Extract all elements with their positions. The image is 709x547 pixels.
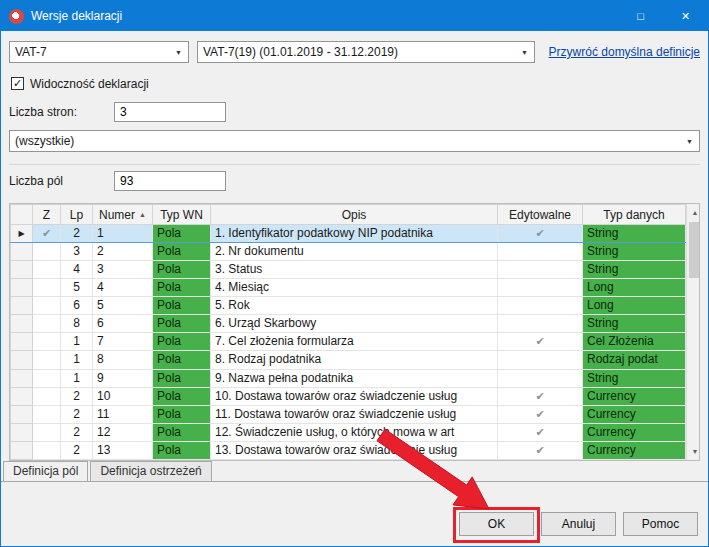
tab-definicja-pol[interactable]: Definicja pól <box>3 461 88 481</box>
table-row[interactable]: 213Pola13. Dostawa towarów oraz świadcze… <box>11 441 686 459</box>
scope-value: (wszystkie) <box>15 134 682 148</box>
chevron-down-icon: ▼ <box>517 49 532 56</box>
edytowalne-cell[interactable]: ✔ <box>498 387 583 405</box>
column-typ-wn[interactable]: Typ WN <box>153 205 211 225</box>
typ-wn-cell: Pola <box>153 387 211 405</box>
edytowalne-cell[interactable] <box>498 351 583 369</box>
table-row[interactable]: 54Pola4. MiesiącLong <box>11 279 686 297</box>
table-row[interactable]: 65Pola5. RokLong <box>11 297 686 315</box>
z-cell[interactable] <box>33 387 61 405</box>
lp-cell: 2 <box>61 225 93 243</box>
z-cell[interactable] <box>33 423 61 441</box>
z-cell[interactable] <box>33 279 61 297</box>
numer-cell: 2 <box>93 243 153 261</box>
opis-cell: 1. Identyfikator podatkowy NIP podatnika <box>211 225 498 243</box>
scope-select[interactable]: (wszystkie) ▼ <box>9 130 700 152</box>
edytowalne-cell[interactable]: ✔ <box>498 423 583 441</box>
column-z[interactable]: Z <box>33 205 61 225</box>
opis-cell: 9. Nazwa pełna podatnika <box>211 369 498 387</box>
z-cell[interactable] <box>33 315 61 333</box>
z-cell[interactable] <box>33 243 61 261</box>
edytowalne-cell[interactable]: ✔ <box>498 225 583 243</box>
typ-wn-cell: Pola <box>153 333 211 351</box>
pages-input[interactable] <box>114 102 226 122</box>
edytowalne-cell[interactable]: ✔ <box>498 405 583 423</box>
lp-cell: 2 <box>61 441 93 459</box>
table-row[interactable]: 19Pola9. Nazwa pełna podatnikaString <box>11 369 686 387</box>
numer-cell: 11 <box>93 405 153 423</box>
table-row[interactable]: 17Pola7. Cel złożenia formularza✔Cel Zło… <box>11 333 686 351</box>
opis-cell: 5. Rok <box>211 297 498 315</box>
typ-danych-cell: Currency <box>583 387 686 405</box>
maximize-button[interactable]: □ <box>618 1 663 31</box>
typ-danych-cell: Long <box>583 279 686 297</box>
z-cell[interactable] <box>33 369 61 387</box>
edytowalne-cell[interactable] <box>498 315 583 333</box>
lp-cell: 5 <box>61 279 93 297</box>
edytowalne-cell[interactable] <box>498 243 583 261</box>
lp-cell: 8 <box>61 315 93 333</box>
table-row[interactable]: 211Pola11. Dostawa towarów oraz świadcze… <box>11 405 686 423</box>
scroll-down-icon[interactable]: ▼ <box>687 443 700 460</box>
column-indicator <box>11 205 33 225</box>
close-button[interactable]: ✕ <box>663 1 708 31</box>
lp-cell: 3 <box>61 243 93 261</box>
typ-wn-cell: Pola <box>153 423 211 441</box>
column-numer[interactable]: Numer▲ <box>93 205 153 225</box>
separator <box>9 164 700 165</box>
z-cell[interactable] <box>33 297 61 315</box>
opis-cell: 12. Świadczenie usług, o których mowa w … <box>211 423 498 441</box>
table-row[interactable]: 86Pola6. Urząd SkarbowyString <box>11 315 686 333</box>
help-button[interactable]: Pomoc <box>623 512 698 536</box>
z-cell[interactable]: ✔ <box>33 225 61 243</box>
form-version-select[interactable]: VAT-7(19) (01.01.2019 - 31.12.2019) ▼ <box>197 41 535 63</box>
table-row[interactable]: 212Pola12. Świadczenie usług, o których … <box>11 423 686 441</box>
typ-wn-cell: Pola <box>153 369 211 387</box>
edytowalne-cell[interactable]: ✔ <box>498 333 583 351</box>
typ-wn-cell: Pola <box>153 315 211 333</box>
z-cell[interactable] <box>33 333 61 351</box>
visibility-checkbox[interactable]: ✓ <box>11 77 24 90</box>
table-row[interactable]: 18Pola8. Rodzaj podatnikaRodzaj podat <box>11 351 686 369</box>
typ-danych-cell: Currency <box>583 441 686 459</box>
bottom-tabstrip: Definicja pól Definicja ostrzeżeń <box>1 461 708 482</box>
typ-wn-cell: Pola <box>153 243 211 261</box>
table-row[interactable]: ▶✔21Pola1. Identyfikator podatkowy NIP p… <box>11 225 686 243</box>
edytowalne-cell[interactable] <box>498 369 583 387</box>
window-controls: □ ✕ <box>618 1 708 31</box>
scrollbar-track[interactable] <box>687 221 700 443</box>
table-row[interactable]: 32Pola2. Nr dokumentuString <box>11 243 686 261</box>
z-cell[interactable] <box>33 405 61 423</box>
scrollbar-thumb[interactable] <box>689 222 700 278</box>
vertical-scrollbar[interactable]: ▲ ▼ <box>686 204 700 460</box>
typ-wn-cell: Pola <box>153 279 211 297</box>
visibility-label: Widoczność deklaracji <box>30 77 149 91</box>
fields-count-input[interactable] <box>114 171 226 191</box>
edytowalne-cell[interactable]: ✔ <box>498 441 583 459</box>
row-indicator-cell <box>11 243 33 261</box>
column-opis[interactable]: Opis <box>211 205 498 225</box>
column-lp[interactable]: Lp <box>61 205 93 225</box>
column-edytowalne[interactable]: Edytowalne <box>498 205 583 225</box>
ok-button[interactable]: OK <box>459 512 534 536</box>
lp-cell: 2 <box>61 387 93 405</box>
scroll-up-icon[interactable]: ▲ <box>687 204 700 221</box>
typ-wn-cell: Pola <box>153 225 211 243</box>
lp-cell: 2 <box>61 423 93 441</box>
cancel-button[interactable]: Anuluj <box>541 512 616 536</box>
table-row[interactable]: 210Pola10. Dostawa towarów oraz świadcze… <box>11 387 686 405</box>
edytowalne-cell[interactable] <box>498 261 583 279</box>
restore-default-definition-link[interactable]: Przywróć domyślna definicje <box>549 45 700 59</box>
table-row[interactable]: 43Pola3. StatusString <box>11 261 686 279</box>
form-type-select[interactable]: VAT-7 ▼ <box>9 41 189 63</box>
tab-definicja-ostrzezen[interactable]: Definicja ostrzeżeń <box>90 461 211 481</box>
form-version-value: VAT-7(19) (01.01.2019 - 31.12.2019) <box>203 45 517 59</box>
z-cell[interactable] <box>33 261 61 279</box>
z-cell[interactable] <box>33 441 61 459</box>
column-typ-danych[interactable]: Typ danych <box>583 205 686 225</box>
pages-label: Liczba stron: <box>9 105 114 119</box>
edytowalne-cell[interactable] <box>498 297 583 315</box>
typ-danych-cell: String <box>583 225 686 243</box>
edytowalne-cell[interactable] <box>498 279 583 297</box>
z-cell[interactable] <box>33 351 61 369</box>
